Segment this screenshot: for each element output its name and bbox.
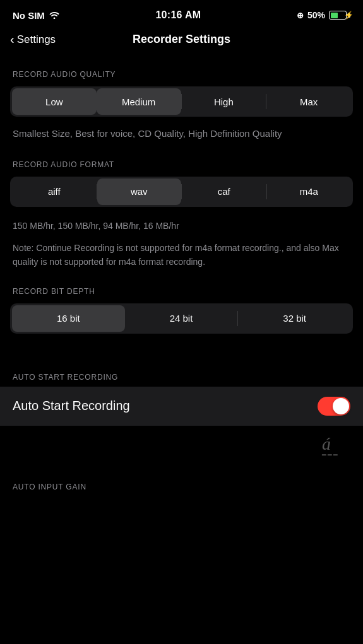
back-label: Settings [17,33,56,46]
status-bar: No SIM 10:16 AM ⊕ 50% ⚡ [0,0,363,28]
quality-low-button[interactable]: Low [12,88,97,115]
auto-start-section-label: AUTO START RECORDING [0,363,363,387]
format-wav-button[interactable]: wav [97,179,182,205]
spacer-3 [0,461,363,472]
audio-format-label: RECORD AUDIO FORMAT [0,150,363,174]
spacer-1 [0,340,363,351]
auto-input-gain-label: AUTO INPUT GAIN [0,472,363,504]
spacer-2 [0,351,363,363]
back-button[interactable]: ‹ Settings [10,33,56,46]
quality-high-button[interactable]: High [182,88,266,115]
battery-bolt: ⚡ [344,11,354,20]
bitdepth-16-button[interactable]: 16 bit [12,305,125,332]
format-aiff-button[interactable]: aiff [12,179,97,205]
wifi-icon [49,10,60,21]
audio-format-control: aiff wav caf m4a [10,177,353,207]
status-time: 10:16 AM [155,9,201,21]
toggle-thumb [333,398,349,414]
auto-start-row: Auto Start Recording [0,387,363,426]
bit-depth-label: RECORD BIT DEPTH [0,277,363,301]
bit-depth-control: 16 bit 24 bit 32 bit [10,303,353,334]
bitdepth-24-button[interactable]: 24 bit [125,305,238,332]
bitdepth-32-button[interactable]: 32 bit [238,305,351,332]
format-warning-note: Note: Continue Recording is not supporte… [0,240,363,276]
status-left: No SIM [13,10,60,21]
audio-quality-label: RECORD AUDIO QUALITY [0,60,363,84]
format-size-note: 150 MB/hr, 150 MB/hr, 94 MB/hr, 16 MB/hr [0,213,363,241]
auto-start-toggle[interactable] [318,397,350,416]
format-m4a-button[interactable]: m4a [267,179,352,205]
format-caf-button[interactable]: caf [182,179,266,205]
auto-start-label: Auto Start Recording [13,399,130,413]
settings-content: RECORD AUDIO QUALITY Low Medium High Max… [0,54,363,510]
audio-quality-description: Smallest Size, Best for voice, CD Qualit… [0,123,363,150]
battery-percent: 50% [307,10,325,20]
app-logo: á ━━━ [319,432,350,461]
nav-bar: ‹ Settings Recorder Settings [0,28,363,54]
battery-icon: ⚡ [329,11,350,20]
quality-medium-button[interactable]: Medium [97,88,181,115]
quality-max-button[interactable]: Max [266,88,351,115]
location-icon: ⊕ [297,11,304,20]
page-title: Recorder Settings [133,33,230,46]
audio-quality-control: Low Medium High Max [10,86,353,117]
carrier-label: No SIM [13,10,45,21]
status-right: ⊕ 50% ⚡ [297,10,350,20]
back-chevron-icon: ‹ [10,33,15,45]
svg-text:━━━: ━━━ [321,451,339,457]
